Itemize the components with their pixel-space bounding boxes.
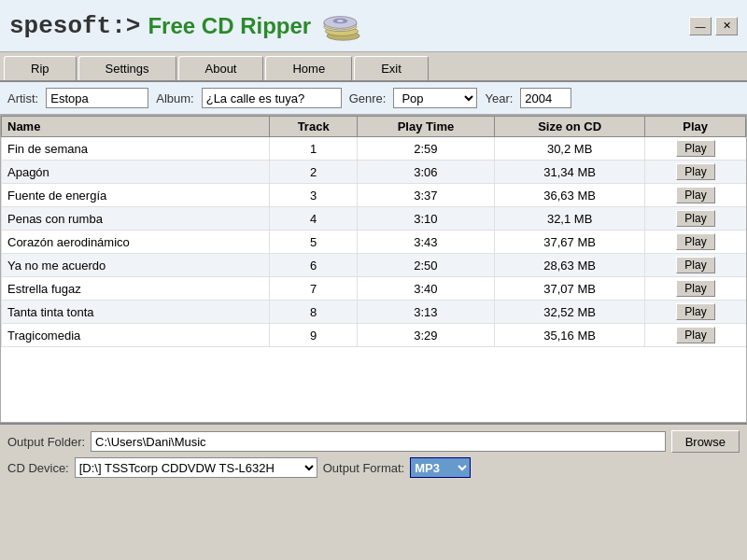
nav-bar: RipSettingsAboutHomeExit: [0, 52, 747, 82]
play-button[interactable]: Play: [676, 327, 714, 343]
track-playtime: 3:29: [358, 324, 495, 347]
play-button[interactable]: Play: [676, 140, 714, 157]
track-playtime: 3:06: [358, 161, 495, 184]
track-play-cell: Play: [645, 277, 746, 301]
track-play-cell: Play: [645, 231, 746, 254]
genre-label: Genre:: [349, 91, 387, 105]
table-row: Ya no me acuerdo62:5028,63 MBPlay: [2, 254, 746, 277]
track-table: Name Track Play Time Size on CD Play Fin…: [1, 116, 746, 347]
track-name: Penas con rumba: [2, 207, 270, 231]
col-play: Play: [645, 117, 746, 137]
play-button[interactable]: Play: [676, 257, 714, 273]
track-size: 32,52 MB: [494, 301, 645, 324]
track-playtime: 3:40: [358, 277, 495, 301]
minimize-button[interactable]: —: [689, 17, 712, 35]
track-number: 2: [270, 161, 358, 184]
play-button[interactable]: Play: [676, 303, 714, 320]
title-left: spesoft:> Free CD Ripper: [9, 7, 365, 45]
genre-select[interactable]: Pop Rock Jazz: [393, 88, 477, 108]
cd-device-label: CD Device:: [7, 461, 69, 475]
track-table-container: Name Track Play Time Size on CD Play Fin…: [0, 115, 747, 423]
table-row: Penas con rumba43:1032,1 MBPlay: [2, 207, 746, 231]
play-button[interactable]: Play: [676, 187, 714, 203]
track-play-cell: Play: [645, 184, 746, 207]
title-bar: spesoft:> Free CD Ripper — ✕: [0, 0, 747, 52]
col-name: Name: [2, 117, 270, 137]
play-button[interactable]: Play: [676, 163, 714, 180]
svg-point-6: [337, 20, 343, 21]
track-playtime: 3:37: [358, 184, 495, 207]
album-label: Album:: [156, 91, 193, 105]
browse-button[interactable]: Browse: [671, 430, 740, 453]
play-button[interactable]: Play: [676, 233, 714, 250]
output-format-label: Output Format:: [323, 461, 404, 475]
cd-icon: [318, 7, 365, 45]
track-play-cell: Play: [645, 161, 746, 184]
bottom-row1: Output Folder: Browse: [7, 430, 740, 453]
artist-input[interactable]: [46, 88, 148, 108]
track-name: Corazón aerodinámico: [2, 231, 270, 254]
play-button[interactable]: Play: [676, 280, 714, 297]
output-folder-input[interactable]: [91, 431, 666, 452]
year-input[interactable]: [520, 88, 571, 108]
track-name: Apagón: [2, 161, 270, 184]
nav-tab-rip[interactable]: Rip: [4, 56, 77, 80]
output-format-select[interactable]: MP3 WAV OGG: [410, 457, 471, 478]
track-number: 9: [270, 324, 358, 347]
track-playtime: 3:10: [358, 207, 495, 231]
nav-tab-home[interactable]: Home: [265, 56, 352, 80]
track-play-cell: Play: [645, 254, 746, 277]
year-label: Year:: [485, 91, 513, 105]
table-row: Fin de semana12:5930,2 MBPlay: [2, 137, 746, 161]
nav-tab-about[interactable]: About: [178, 56, 264, 80]
bottom-bar: Output Folder: Browse CD Device: [D:\] T…: [0, 423, 747, 483]
close-button[interactable]: ✕: [715, 17, 738, 35]
app-name: spesoft:>: [9, 12, 140, 40]
nav-tab-exit[interactable]: Exit: [354, 56, 429, 80]
track-playtime: 3:13: [358, 301, 495, 324]
table-row: Apagón23:0631,34 MBPlay: [2, 161, 746, 184]
track-number: 5: [270, 231, 358, 254]
track-size: 37,07 MB: [494, 277, 645, 301]
track-number: 4: [270, 207, 358, 231]
track-name: Tragicomedia: [2, 324, 270, 347]
track-number: 7: [270, 277, 358, 301]
track-size: 28,63 MB: [494, 254, 645, 277]
track-size: 37,67 MB: [494, 231, 645, 254]
table-header-row: Name Track Play Time Size on CD Play: [2, 117, 746, 137]
nav-tab-settings[interactable]: Settings: [78, 56, 176, 80]
track-playtime: 2:50: [358, 254, 495, 277]
track-playtime: 3:43: [358, 231, 495, 254]
track-size: 35,16 MB: [494, 324, 645, 347]
track-name: Estrella fugaz: [2, 277, 270, 301]
track-number: 3: [270, 184, 358, 207]
track-playtime: 2:59: [358, 137, 495, 161]
table-row: Tanta tinta tonta83:1332,52 MBPlay: [2, 301, 746, 324]
metadata-bar: Artist: Album: Genre: Pop Rock Jazz Year…: [0, 82, 747, 115]
track-section: Name Track Play Time Size on CD Play Fin…: [0, 115, 747, 423]
cd-device-select[interactable]: [D:\] TSSTcorp CDDVDW TS-L632H: [75, 457, 317, 478]
track-name: Fuente de energía: [2, 184, 270, 207]
table-row: Estrella fugaz73:4037,07 MBPlay: [2, 277, 746, 301]
track-size: 32,1 MB: [494, 207, 645, 231]
track-play-cell: Play: [645, 207, 746, 231]
track-tbody: Fin de semana12:5930,2 MBPlayApagón23:06…: [2, 137, 746, 347]
col-track: Track: [270, 117, 358, 137]
play-button[interactable]: Play: [676, 210, 714, 227]
output-folder-label: Output Folder:: [7, 435, 85, 449]
track-play-cell: Play: [645, 324, 746, 347]
col-playtime: Play Time: [358, 117, 495, 137]
app-title: Free CD Ripper: [148, 13, 311, 39]
track-size: 31,34 MB: [494, 161, 645, 184]
track-size: 30,2 MB: [494, 137, 645, 161]
table-row: Corazón aerodinámico53:4337,67 MBPlay: [2, 231, 746, 254]
track-number: 8: [270, 301, 358, 324]
title-controls: — ✕: [689, 17, 738, 35]
track-name: Ya no me acuerdo: [2, 254, 270, 277]
track-size: 36,63 MB: [494, 184, 645, 207]
bottom-row2: CD Device: [D:\] TSSTcorp CDDVDW TS-L632…: [7, 457, 740, 478]
track-number: 1: [270, 137, 358, 161]
album-input[interactable]: [202, 88, 342, 108]
table-row: Fuente de energía33:3736,63 MBPlay: [2, 184, 746, 207]
col-size: Size on CD: [494, 117, 645, 137]
